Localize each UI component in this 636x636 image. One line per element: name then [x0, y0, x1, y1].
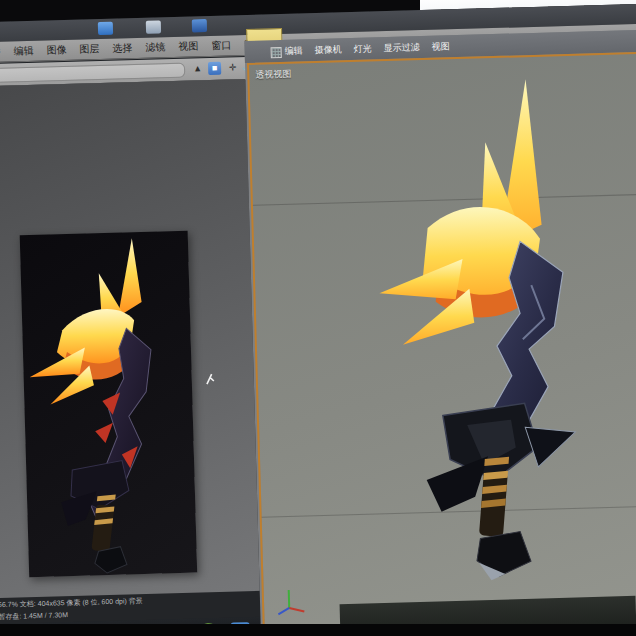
titlebar-document-icon: [146, 20, 161, 33]
viewport-label[interactable]: 透视视图: [255, 68, 291, 82]
monitor-bezel-bottom: [0, 624, 636, 636]
max-menu-light[interactable]: 灯光: [353, 42, 371, 55]
menu-layer[interactable]: 图层: [79, 42, 99, 57]
menu-window[interactable]: 窗口: [211, 38, 231, 53]
titlebar-app-icon: [98, 22, 113, 35]
axis-tripod-icon: [274, 585, 309, 620]
max-menu-filter[interactable]: 显示过滤: [383, 41, 419, 55]
menu-select[interactable]: 选择: [112, 41, 132, 56]
concept-art-document: [20, 231, 197, 578]
active-mode-icon[interactable]: ■: [208, 62, 221, 75]
model-sword-3d: [365, 74, 594, 585]
menu-filter[interactable]: 滤镜: [145, 40, 165, 55]
monitor-screen: 文件 编辑 图像 图层 选择 滤镜 视图 窗口 帮助 ▲ ■ ✛ ⚓: [0, 3, 636, 636]
menu-image[interactable]: 图像: [46, 43, 66, 58]
menu-view[interactable]: 视图: [178, 39, 198, 54]
move-tool-icon[interactable]: ✛: [226, 61, 239, 74]
menu-file[interactable]: 文件: [0, 45, 1, 60]
cursor-mark-icon: [204, 372, 216, 386]
grid-toggle-icon[interactable]: [271, 47, 282, 58]
max-viewport-window: 编辑 摄像机 灯光 显示过滤 视图 透视视图: [244, 29, 636, 636]
concept-sword-art: [20, 231, 197, 578]
max-menu-edit[interactable]: 编辑: [284, 44, 302, 57]
options-input-field[interactable]: [0, 63, 185, 84]
menu-edit[interactable]: 编辑: [13, 44, 33, 59]
max-menu-camera[interactable]: 摄像机: [314, 43, 341, 57]
max-menu-view[interactable]: 视图: [431, 40, 449, 53]
perspective-viewport[interactable]: 透视视图: [247, 51, 636, 632]
titlebar-window-icon: [192, 19, 207, 32]
photoshop-canvas-area[interactable]: [0, 79, 260, 614]
tool-triangle-icon[interactable]: ▲: [191, 62, 204, 75]
